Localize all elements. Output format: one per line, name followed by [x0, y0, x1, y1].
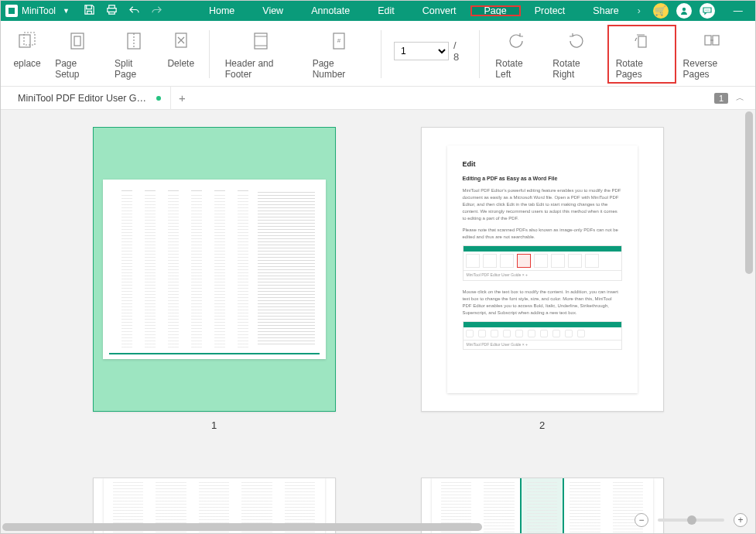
header-footer-icon: [251, 29, 271, 53]
feedback-icon[interactable]: [700, 3, 715, 19]
svg-rect-6: [71, 33, 84, 49]
page-thumb-1[interactable]: 1: [93, 127, 336, 431]
zoom-slider-thumb[interactable]: [687, 515, 696, 525]
page-badge: 1: [714, 93, 728, 104]
page-preview: [103, 180, 326, 359]
reverse-pages-icon: [701, 29, 723, 53]
minimize-button[interactable]: ―: [734, 5, 743, 16]
document-tabs: MiniTool PDF Editor User Guid... + 1 ︿: [1, 87, 755, 110]
thumbnail-grid: 1 Edit Editing a PDF as Easy as a Word F…: [1, 110, 755, 533]
ribbon: eplace Page Setup Split Page Delete Head…: [1, 21, 755, 87]
delete-button[interactable]: Delete: [161, 26, 201, 72]
page-select[interactable]: 1: [394, 42, 449, 60]
print-icon[interactable]: [106, 4, 118, 18]
page-number-icon: #: [329, 29, 349, 53]
page-number-label: 1: [211, 419, 217, 431]
logo-icon: [5, 5, 18, 17]
svg-text:#: #: [337, 37, 341, 44]
page-field: 1 / 8: [389, 39, 468, 63]
header-footer-button[interactable]: Header and Footer: [217, 26, 305, 83]
rotate-right-button[interactable]: Rotate Right: [545, 26, 607, 83]
main-menu: Home View Annotate Edit Convert Page Pro…: [172, 5, 645, 16]
replace-button[interactable]: eplace: [7, 26, 47, 72]
menu-annotate[interactable]: Annotate: [297, 5, 364, 16]
app-name: MiniTool: [22, 5, 56, 16]
menu-overflow-icon[interactable]: ›: [633, 5, 645, 16]
thumbnail-scroll[interactable]: 1 Edit Editing a PDF as Easy as a Word F…: [1, 110, 755, 533]
page-setup-icon: [67, 29, 87, 53]
scrollbar-thumb[interactable]: [2, 523, 482, 531]
app-dropdown-icon[interactable]: ▼: [63, 7, 70, 15]
rotate-pages-button[interactable]: Rotate Pages: [608, 26, 676, 83]
add-tab-button[interactable]: +: [171, 91, 193, 104]
menu-page[interactable]: Page: [470, 5, 521, 16]
svg-point-3: [708, 9, 709, 10]
svg-rect-10: [255, 33, 267, 49]
dirty-indicator-icon: [156, 96, 161, 101]
document-tab[interactable]: MiniTool PDF Editor User Guid...: [9, 87, 171, 110]
menu-view[interactable]: View: [248, 5, 297, 16]
zoom-slider[interactable]: [658, 519, 724, 522]
rotate-left-icon: [505, 29, 527, 53]
split-page-button[interactable]: Split Page: [107, 26, 161, 83]
rotate-left-button[interactable]: Rotate Left: [487, 26, 545, 83]
rotate-pages-icon: [631, 29, 652, 53]
svg-point-0: [682, 8, 686, 11]
svg-rect-13: [638, 36, 646, 47]
svg-rect-4: [19, 35, 30, 47]
delete-icon: [171, 29, 191, 53]
collapse-icon[interactable]: ︿: [733, 89, 747, 107]
page-total: / 8: [453, 39, 464, 63]
svg-rect-14: [705, 36, 711, 45]
app-logo: MiniTool ▼: [1, 5, 74, 17]
zoom-controls: − +: [635, 513, 747, 527]
scrollbar-thumb[interactable]: [745, 111, 753, 274]
page-setup-button[interactable]: Page Setup: [47, 26, 107, 83]
redo-icon[interactable]: [151, 5, 162, 17]
cart-icon[interactable]: 🛒: [653, 3, 669, 19]
zoom-out-button[interactable]: −: [635, 513, 648, 527]
page-preview: Edit Editing a PDF as Easy as a Word Fil…: [447, 145, 638, 393]
svg-rect-7: [74, 36, 80, 46]
menu-convert[interactable]: Convert: [409, 5, 470, 16]
zoom-in-button[interactable]: +: [734, 513, 747, 527]
rotate-right-icon: [566, 29, 587, 53]
horizontal-scrollbar[interactable]: [2, 522, 616, 532]
page-number-label: 2: [539, 419, 545, 431]
account-icon[interactable]: [676, 3, 692, 19]
document-tab-label: MiniTool PDF Editor User Guid...: [18, 93, 150, 104]
save-icon[interactable]: [84, 4, 95, 18]
titlebar: MiniTool ▼ Home View Annotate Edit Conve…: [1, 1, 755, 21]
svg-point-1: [705, 9, 706, 10]
vertical-scrollbar[interactable]: [744, 111, 754, 505]
menu-protect[interactable]: Protect: [521, 5, 580, 16]
page-thumb-frame[interactable]: Edit Editing a PDF as Easy as a Word Fil…: [421, 127, 664, 412]
menu-home[interactable]: Home: [195, 5, 248, 16]
split-page-icon: [124, 29, 144, 53]
page-number-button[interactable]: # Page Number: [305, 26, 373, 83]
svg-rect-15: [713, 36, 719, 45]
undo-icon[interactable]: [128, 5, 140, 17]
menu-edit[interactable]: Edit: [364, 5, 409, 16]
page-thumb-frame[interactable]: [93, 127, 336, 412]
svg-point-2: [706, 9, 707, 10]
reverse-pages-button[interactable]: Reverse Pages: [676, 26, 749, 83]
replace-icon: [17, 29, 37, 53]
page-thumb-2[interactable]: Edit Editing a PDF as Easy as a Word Fil…: [421, 127, 664, 431]
menu-share[interactable]: Share: [579, 5, 632, 16]
